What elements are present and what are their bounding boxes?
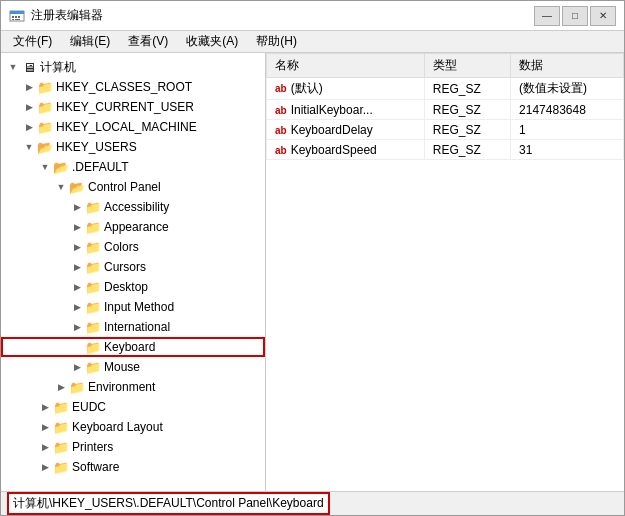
tree-item-keyboard[interactable]: 📁 Keyboard	[1, 337, 265, 357]
expand-software[interactable]: ▶	[37, 459, 53, 475]
menu-view[interactable]: 查看(V)	[120, 32, 176, 52]
tree-item-cursors[interactable]: ▶ 📁 Cursors	[1, 257, 265, 277]
svg-rect-5	[12, 19, 14, 20]
control-panel-label: Control Panel	[88, 180, 161, 194]
folder-icon-colors: 📁	[85, 239, 101, 255]
tree-item-classes-root[interactable]: ▶ 📁 HKEY_CLASSES_ROOT	[1, 77, 265, 97]
menu-file[interactable]: 文件(F)	[5, 32, 60, 52]
expand-computer[interactable]: ▼	[5, 59, 21, 75]
row-name: abKeyboardSpeed	[267, 140, 425, 160]
keyboard-label: Keyboard	[104, 340, 155, 354]
expand-mouse[interactable]: ▶	[69, 359, 85, 375]
folder-icon-input-method: 📁	[85, 299, 101, 315]
tree-item-colors[interactable]: ▶ 📁 Colors	[1, 237, 265, 257]
tree-item-input-method[interactable]: ▶ 📁 Input Method	[1, 297, 265, 317]
status-path: 计算机\HKEY_USERS\.DEFAULT\Control Panel\Ke…	[7, 492, 330, 515]
expand-international[interactable]: ▶	[69, 319, 85, 335]
expand-current-user[interactable]: ▶	[21, 99, 37, 115]
expand-colors[interactable]: ▶	[69, 239, 85, 255]
folder-icon-local-machine: 📁	[37, 119, 53, 135]
folder-icon-international: 📁	[85, 319, 101, 335]
expand-cursors[interactable]: ▶	[69, 259, 85, 275]
reg-value-icon: ab	[275, 83, 287, 94]
svg-rect-1	[10, 11, 24, 14]
app-icon	[9, 8, 25, 24]
tree-item-computer[interactable]: ▼ 🖥 计算机	[1, 57, 265, 77]
classes-root-label: HKEY_CLASSES_ROOT	[56, 80, 192, 94]
table-row[interactable]: abInitialKeyboar...REG_SZ2147483648	[267, 100, 624, 120]
registry-tree: ▼ 🖥 计算机 ▶ 📁 HKEY_CLASSES_ROOT ▶ 📁 HKEY_C…	[1, 53, 265, 481]
menu-help[interactable]: 帮助(H)	[248, 32, 305, 52]
expand-default[interactable]: ▼	[37, 159, 53, 175]
folder-icon-printers: 📁	[53, 439, 69, 455]
tree-item-users[interactable]: ▼ 📂 HKEY_USERS	[1, 137, 265, 157]
appearance-label: Appearance	[104, 220, 169, 234]
row-type: REG_SZ	[424, 100, 510, 120]
registry-table: 名称 类型 数据 ab(默认)REG_SZ(数值未设置)abInitialKey…	[266, 53, 624, 160]
menu-bar: 文件(F) 编辑(E) 查看(V) 收藏夹(A) 帮助(H)	[1, 31, 624, 53]
folder-icon-mouse: 📁	[85, 359, 101, 375]
folder-icon-keyboard-layout: 📁	[53, 419, 69, 435]
mouse-label: Mouse	[104, 360, 140, 374]
folder-icon-environment: 📁	[69, 379, 85, 395]
expand-users[interactable]: ▼	[21, 139, 37, 155]
col-name[interactable]: 名称	[267, 54, 425, 78]
expand-input-method[interactable]: ▶	[69, 299, 85, 315]
tree-item-control-panel[interactable]: ▼ 📂 Control Panel	[1, 177, 265, 197]
expand-accessibility[interactable]: ▶	[69, 199, 85, 215]
folder-icon-classes-root: 📁	[37, 79, 53, 95]
expand-classes-root[interactable]: ▶	[21, 79, 37, 95]
expand-desktop[interactable]: ▶	[69, 279, 85, 295]
reg-value-icon: ab	[275, 125, 287, 136]
folder-icon-control-panel: 📂	[69, 179, 85, 195]
values-pane[interactable]: 名称 类型 数据 ab(默认)REG_SZ(数值未设置)abInitialKey…	[266, 53, 624, 491]
close-button[interactable]: ✕	[590, 6, 616, 26]
folder-icon-eudc: 📁	[53, 399, 69, 415]
menu-favorites[interactable]: 收藏夹(A)	[178, 32, 246, 52]
tree-item-software[interactable]: ▶ 📁 Software	[1, 457, 265, 477]
menu-edit[interactable]: 编辑(E)	[62, 32, 118, 52]
table-row[interactable]: abKeyboardSpeedREG_SZ31	[267, 140, 624, 160]
table-row[interactable]: abKeyboardDelayREG_SZ1	[267, 120, 624, 140]
tree-item-local-machine[interactable]: ▶ 📁 HKEY_LOCAL_MACHINE	[1, 117, 265, 137]
minimize-button[interactable]: —	[534, 6, 560, 26]
tree-item-mouse[interactable]: ▶ 📁 Mouse	[1, 357, 265, 377]
folder-icon-accessibility: 📁	[85, 199, 101, 215]
tree-pane[interactable]: ▼ 🖥 计算机 ▶ 📁 HKEY_CLASSES_ROOT ▶ 📁 HKEY_C…	[1, 53, 266, 491]
row-type: REG_SZ	[424, 120, 510, 140]
default-label: .DEFAULT	[72, 160, 128, 174]
tree-item-environment[interactable]: ▶ 📁 Environment	[1, 377, 265, 397]
status-bar: 计算机\HKEY_USERS\.DEFAULT\Control Panel\Ke…	[1, 491, 624, 515]
expand-eudc[interactable]: ▶	[37, 399, 53, 415]
tree-item-appearance[interactable]: ▶ 📁 Appearance	[1, 217, 265, 237]
folder-icon-default: 📂	[53, 159, 69, 175]
folder-icon-cursors: 📁	[85, 259, 101, 275]
tree-item-current-user[interactable]: ▶ 📁 HKEY_CURRENT_USER	[1, 97, 265, 117]
col-type[interactable]: 类型	[424, 54, 510, 78]
tree-item-desktop[interactable]: ▶ 📁 Desktop	[1, 277, 265, 297]
expand-local-machine[interactable]: ▶	[21, 119, 37, 135]
main-window: 注册表编辑器 — □ ✕ 文件(F) 编辑(E) 查看(V) 收藏夹(A) 帮助…	[0, 0, 625, 516]
tree-item-default[interactable]: ▼ 📂 .DEFAULT	[1, 157, 265, 177]
title-bar-left: 注册表编辑器	[9, 7, 103, 24]
expand-control-panel[interactable]: ▼	[53, 179, 69, 195]
tree-item-keyboard-layout[interactable]: ▶ 📁 Keyboard Layout	[1, 417, 265, 437]
row-data: 2147483648	[511, 100, 624, 120]
local-machine-label: HKEY_LOCAL_MACHINE	[56, 120, 197, 134]
expand-environment[interactable]: ▶	[53, 379, 69, 395]
tree-item-international[interactable]: ▶ 📁 International	[1, 317, 265, 337]
maximize-button[interactable]: □	[562, 6, 588, 26]
eudc-label: EUDC	[72, 400, 106, 414]
computer-label: 计算机	[40, 59, 76, 76]
table-row[interactable]: ab(默认)REG_SZ(数值未设置)	[267, 78, 624, 100]
col-data[interactable]: 数据	[511, 54, 624, 78]
tree-item-eudc[interactable]: ▶ 📁 EUDC	[1, 397, 265, 417]
expand-keyboard-layout[interactable]: ▶	[37, 419, 53, 435]
row-name: abInitialKeyboar...	[267, 100, 425, 120]
row-data: (数值未设置)	[511, 78, 624, 100]
expand-printers[interactable]: ▶	[37, 439, 53, 455]
expand-appearance[interactable]: ▶	[69, 219, 85, 235]
tree-item-printers[interactable]: ▶ 📁 Printers	[1, 437, 265, 457]
row-name: ab(默认)	[267, 78, 425, 100]
tree-item-accessibility[interactable]: ▶ 📁 Accessibility	[1, 197, 265, 217]
